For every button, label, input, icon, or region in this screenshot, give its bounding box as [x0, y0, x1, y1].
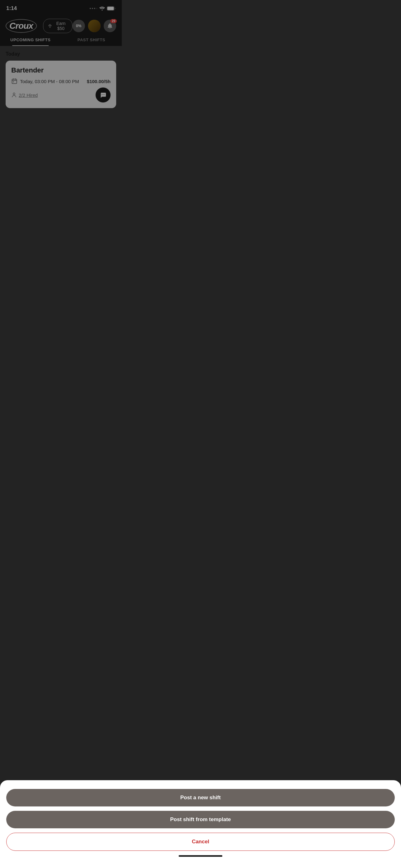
- bottom-overlay[interactable]: [0, 0, 122, 264]
